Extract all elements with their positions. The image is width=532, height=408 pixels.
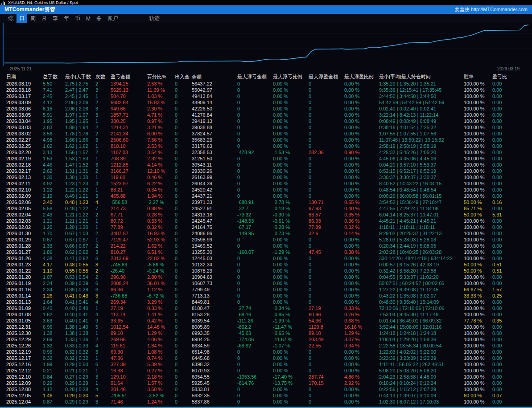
tab-account[interactable]: 账户 bbox=[105, 14, 121, 23]
cell-holding-time: 3:23:39 | 3:23:39 | 3:23:39 bbox=[379, 355, 464, 361]
cell-deposit-withdraw: 0 bbox=[175, 81, 192, 87]
cell-count: 1 bbox=[95, 187, 111, 193]
cell-pl-amount: 214.22 bbox=[111, 243, 147, 249]
tab-quarterly[interactable]: 季 bbox=[50, 14, 61, 23]
cell-pl-percent: 0.33 % bbox=[147, 305, 175, 311]
cell-pl-percent: 14.48 % bbox=[147, 324, 175, 330]
cell-win-rate: 100.00 % bbox=[464, 367, 492, 374]
cell-date: 2026.02.18 bbox=[6, 162, 43, 168]
cell-pl-percent: 0.34 % bbox=[147, 187, 175, 193]
cell-deposit-withdraw: 0 bbox=[175, 243, 192, 249]
cell-max-float-profit-pct: 0.00 % bbox=[344, 180, 379, 187]
cell-pl-amount: 327.39 bbox=[111, 361, 147, 367]
cell-win-rate: 100.00 % bbox=[464, 374, 492, 380]
cell-win-rate: 100.00 % bbox=[464, 249, 492, 255]
table-row: 2025.12.190.960.32 | 0.32369.301.08 %065… bbox=[0, 349, 532, 355]
cell-deposit-withdraw: 0 bbox=[175, 193, 192, 199]
cell-holding-time: 1:11:41 | 56:05:22 | 262:46:51 bbox=[379, 361, 464, 367]
cell-total-lots: 1.95 bbox=[43, 118, 65, 124]
tab-yearly[interactable]: 年 bbox=[61, 14, 72, 23]
tab-weekly[interactable]: 周 bbox=[28, 14, 38, 23]
cell-max-float-profit: 0 bbox=[309, 187, 344, 193]
cell-min-max-lots: 0.27 | 0.29 bbox=[65, 374, 95, 380]
cell-pl-amount: 201.46 bbox=[111, 386, 147, 392]
cell-pl-ratio: 0.00 bbox=[492, 193, 532, 199]
cell-balance: 41276.84 bbox=[192, 112, 237, 118]
cell-max-float-profit-pct: 16.16 % bbox=[344, 324, 379, 330]
cell-pl-percent: 0.33 % bbox=[147, 218, 175, 224]
cell-deposit-withdraw: 0 bbox=[175, 299, 192, 305]
tab-monthly[interactable]: 月 bbox=[39, 14, 49, 23]
cell-holding-time: 5:08:20 | 5:08:20 | 5:08:20 bbox=[379, 367, 464, 374]
tab-trajectory[interactable]: 轨迹 bbox=[146, 14, 162, 23]
cell-pl-amount: 3166.27 bbox=[111, 168, 147, 174]
cell-pl-ratio: 0.00 bbox=[492, 106, 532, 112]
cell-max-float-profit: 0 bbox=[309, 193, 344, 199]
cell-min-max-lots: 1.47 | 1.52 bbox=[65, 162, 95, 168]
chart-start-date: 2025.11.21 bbox=[10, 66, 32, 72]
cell-max-float-loss-pct: 0.00 % bbox=[273, 274, 309, 280]
cell-holding-time: 11:07:46 | 13:50:22 | 19:15:32 bbox=[379, 137, 464, 143]
cell-max-float-profit: 203.49 bbox=[309, 336, 344, 343]
cell-pl-amount: 1394.25 bbox=[111, 81, 147, 87]
cell-holding-time: 3:54:52 | 15:36:49 | 27:18:47 bbox=[379, 199, 464, 205]
cell-date: 2026.01.08 bbox=[6, 311, 43, 318]
cell-count: 1 bbox=[95, 143, 111, 149]
cell-max-float-loss-pct: 0.00 % bbox=[273, 93, 309, 99]
cell-pl-ratio: 0.00 bbox=[492, 162, 532, 168]
chart-icon bbox=[1, 1, 6, 5]
cell-balance: 23971.33 bbox=[192, 199, 237, 205]
tab-currency[interactable]: 币 bbox=[72, 14, 83, 23]
cell-max-float-profit: 86.93 bbox=[309, 218, 344, 224]
cell-min-max-lots: 1.78 | 1.78 bbox=[65, 131, 95, 137]
cell-holding-time: 4:45:21 | 4:45:21 | 4:45:21 bbox=[379, 218, 464, 224]
cell-win-rate: 33.33 % bbox=[464, 293, 492, 299]
cell-count: 1 bbox=[95, 224, 111, 230]
cell-max-float-loss-pct: 0.00 % bbox=[273, 193, 309, 199]
cell-pl-amount: -556.58 bbox=[111, 199, 147, 205]
cell-date: 2026.01.23 bbox=[6, 261, 43, 268]
cell-pl-amount: 83.21 bbox=[111, 187, 147, 193]
cell-pl-percent: 16.93 % bbox=[147, 230, 175, 237]
cell-count: 2 bbox=[95, 99, 111, 106]
cell-pl-percent: 0.32 % bbox=[147, 224, 175, 230]
cell-min-max-lots: 2.45 | 2.45 bbox=[65, 93, 95, 99]
tab-daily[interactable]: 日 bbox=[16, 14, 27, 23]
cell-holding-time: 0:01:04 | 36:49:01 | 66:09:32 bbox=[379, 318, 464, 324]
cell-balance: 13255.30 bbox=[192, 249, 237, 255]
cell-pl-percent: 3.21 % bbox=[147, 124, 175, 131]
cell-pl-ratio: 0.00 bbox=[492, 367, 532, 374]
cell-max-float-profit-pct: 1.29 % bbox=[344, 330, 379, 336]
cell-date: 2025.12.09 bbox=[6, 380, 43, 386]
cell-holding-time: 0:00:57 | 6:15:26 | 42:33:19 bbox=[379, 261, 464, 268]
cell-pl-ratio: 0.51 bbox=[492, 261, 532, 268]
cell-total-lots: 1.30 bbox=[43, 174, 65, 180]
cell-max-float-profit-pct: 0.00 % bbox=[344, 118, 379, 124]
tab-m[interactable]: M bbox=[83, 15, 93, 23]
cell-max-float-profit: 0 bbox=[309, 399, 344, 405]
tab-notes[interactable]: 备 bbox=[94, 14, 104, 23]
cell-win-rate: 100.00 % bbox=[464, 168, 492, 174]
cell-pl-amount: -736.68 bbox=[111, 293, 147, 299]
cell-min-max-lots: 0.33 | 0.33 bbox=[65, 343, 95, 349]
cell-date: 2026.02.10 bbox=[6, 187, 43, 193]
homepage-link[interactable]: 复盘侠 http://MTCommander.com bbox=[455, 6, 528, 13]
column-header-total-lots: 总手数 bbox=[43, 73, 65, 81]
cell-deposit-withdraw: 0 bbox=[175, 187, 192, 193]
cell-max-float-profit: 1129.8 bbox=[309, 324, 344, 330]
table-header-row: 日期总手数最小|大手数次数盈亏金额百分比%出入金余额最大浮亏金额最大浮亏比例最大… bbox=[0, 73, 532, 81]
cell-win-rate: 100.00 % bbox=[464, 343, 492, 349]
cell-pl-ratio: 0.00 bbox=[492, 280, 532, 286]
cell-pl-amount: 69.30 bbox=[111, 349, 147, 355]
cell-max-float-profit-pct: 0.00 % bbox=[344, 174, 379, 180]
cell-total-lots: 0.21 bbox=[43, 367, 65, 374]
tab-summary[interactable]: 综 bbox=[5, 14, 16, 23]
table-row: 2026.03.187.412.47 | 2.4735629.1311.39 %… bbox=[0, 87, 532, 93]
cell-total-lots: 1.64 bbox=[43, 299, 65, 305]
cell-pl-amount: 1107.03 bbox=[111, 149, 147, 155]
cell-win-rate: 100.00 % bbox=[464, 180, 492, 187]
cell-max-float-profit-pct: 0.38 % bbox=[344, 249, 379, 255]
cell-count: 2 bbox=[95, 268, 111, 274]
cell-count: 1 bbox=[95, 218, 111, 224]
cell-total-lots: 7.41 bbox=[43, 87, 65, 93]
